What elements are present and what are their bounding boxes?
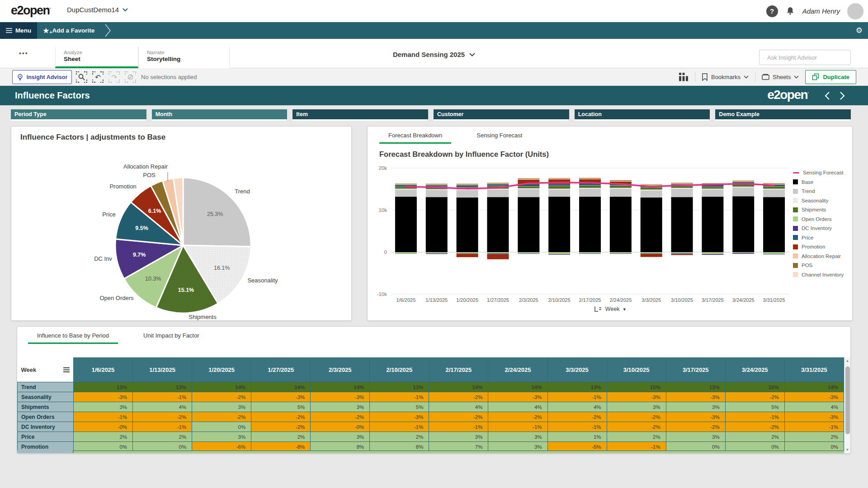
bar-allocation-repair[interactable] [426,184,448,185]
table-cell[interactable]: 13% [547,382,607,392]
add-favorite-button[interactable]: ★+ Add a Favorite [43,22,94,39]
bar-shipments[interactable] [518,186,539,188]
bar-pos[interactable] [487,183,509,183]
bar-base[interactable] [395,197,417,252]
filter-item[interactable]: Item [292,109,428,121]
week-dimension-selector[interactable]: Week ▾ [368,306,852,312]
table-cell[interactable]: 3% [311,432,370,442]
table-cell[interactable]: -2% [192,392,251,402]
bar-shipments[interactable] [702,187,723,188]
bar-dc-inventory[interactable] [457,187,478,187]
table-cell[interactable]: -3% [251,392,311,402]
table-cell[interactable]: -0% [311,422,370,432]
row-label-price[interactable]: Price [18,432,74,442]
bar-seasonality[interactable] [610,188,632,189]
table-cell[interactable]: 2% [725,432,784,442]
next-sheet-icon[interactable] [840,91,845,100]
bar-open-orders-neg[interactable] [610,252,632,253]
bar-pos[interactable] [610,180,632,181]
bar-trend[interactable] [487,189,509,197]
bar-price[interactable] [457,185,478,187]
column-header-2-17-2025[interactable]: 2/17/2025 [429,358,488,382]
bar-pos[interactable] [641,184,662,185]
bar-dc-inventory-neg[interactable] [487,253,509,254]
bar-open-orders-neg[interactable] [702,252,723,254]
bar-pos[interactable] [518,178,539,179]
bar-shipments[interactable] [548,186,570,189]
bar-trend[interactable] [548,189,570,197]
bar-promotion-neg[interactable] [487,254,509,259]
column-menu-icon[interactable] [63,367,70,372]
bar-allocation-repair[interactable] [548,179,570,179]
table-cell[interactable]: 3% [429,432,488,442]
table-cell[interactable]: 14% [488,382,547,392]
bar-seasonality[interactable] [395,189,417,190]
bar-channel-inventory[interactable] [702,183,723,183]
bar-base[interactable] [457,197,478,252]
table-cell[interactable]: 3% [607,402,666,412]
filter-month[interactable]: Month [152,109,288,121]
table-cell[interactable]: 5% [725,402,784,412]
tab-forecast-breakdown[interactable]: Forecast Breakdown [379,127,451,144]
bar-channel-inventory[interactable] [732,180,754,181]
row-label-seasonality[interactable]: Seasonality [18,392,74,402]
table-cell[interactable]: -1% [133,392,192,402]
column-header-3-24-2025[interactable]: 3/24/2025 [725,358,784,382]
table-cell[interactable]: 2% [607,432,666,442]
table-cell[interactable]: 13% [666,382,725,392]
table-cell[interactable]: 0% [192,422,251,432]
bar-pos[interactable] [426,184,448,184]
table-cell[interactable]: -1% [784,422,844,432]
bar-open-orders-neg[interactable] [548,252,570,254]
table-cell[interactable]: 3% [74,402,133,412]
bar-pos[interactable] [671,183,693,183]
bar-dc-inventory-neg[interactable] [548,254,570,254]
bar-open-orders-neg[interactable] [641,252,662,253]
table-cell[interactable]: -2% [429,412,488,422]
table-cell[interactable]: -3% [666,392,725,402]
bar-seasonality[interactable] [579,188,601,189]
gear-icon[interactable]: ⚙ [856,26,863,35]
scroll-down-icon[interactable]: ▼ [844,448,850,452]
smart-search-icon[interactable] [75,71,88,83]
column-header-1-13-2025[interactable]: 1/13/2025 [133,358,192,382]
bar-trend[interactable] [457,190,478,197]
bar-trend[interactable] [671,189,693,197]
table-cell[interactable]: 14% [429,382,488,392]
tab-narrate-storytelling[interactable]: Narrate Storytelling [138,47,230,68]
table-cell[interactable]: -1% [725,412,784,422]
bar-base[interactable] [671,197,693,252]
filter-demo-example[interactable]: Demo Example [715,109,851,121]
table-cell[interactable]: 3% [488,432,547,442]
bar-seasonality[interactable] [641,189,662,190]
table-cell[interactable]: -3% [311,392,370,402]
table-cell[interactable]: -1% [488,422,547,432]
bookmarks-menu[interactable]: Bookmarks [702,73,749,81]
bar-base[interactable] [426,197,448,252]
bar-dc-inventory-neg[interactable] [426,253,448,254]
bar-trend[interactable] [518,189,539,197]
column-header-week[interactable]: Week [18,358,74,382]
app-switcher[interactable]: DupCustDemo14 [67,6,128,14]
table-cell[interactable]: -3% [74,392,133,402]
table-cell[interactable]: 15% [607,382,666,392]
bar-dc-inventory-neg[interactable] [518,253,539,254]
bar-dc-inventory-neg[interactable] [671,253,693,254]
bar-base[interactable] [610,197,632,252]
filter-period-type[interactable]: Period Type [11,109,146,121]
bar-shipments[interactable] [610,186,632,188]
table-cell[interactable]: -2% [192,412,251,422]
table-cell[interactable]: 3% [192,402,251,412]
table-cell[interactable]: 13% [74,382,133,392]
bar-seasonality[interactable] [671,188,693,189]
bar-trend[interactable] [579,189,601,197]
bar-seasonality[interactable] [702,189,723,190]
bar-base[interactable] [763,197,785,252]
table-cell[interactable]: 2% [133,432,192,442]
bar-allocation-repair[interactable] [671,183,693,184]
bar-allocation-repair[interactable] [395,184,417,185]
bar-pos[interactable] [732,181,754,181]
tab-influence-to-base[interactable]: Influence to Base by Period [28,327,118,344]
bar-trend[interactable] [426,190,448,197]
bar-pos[interactable] [763,183,785,183]
